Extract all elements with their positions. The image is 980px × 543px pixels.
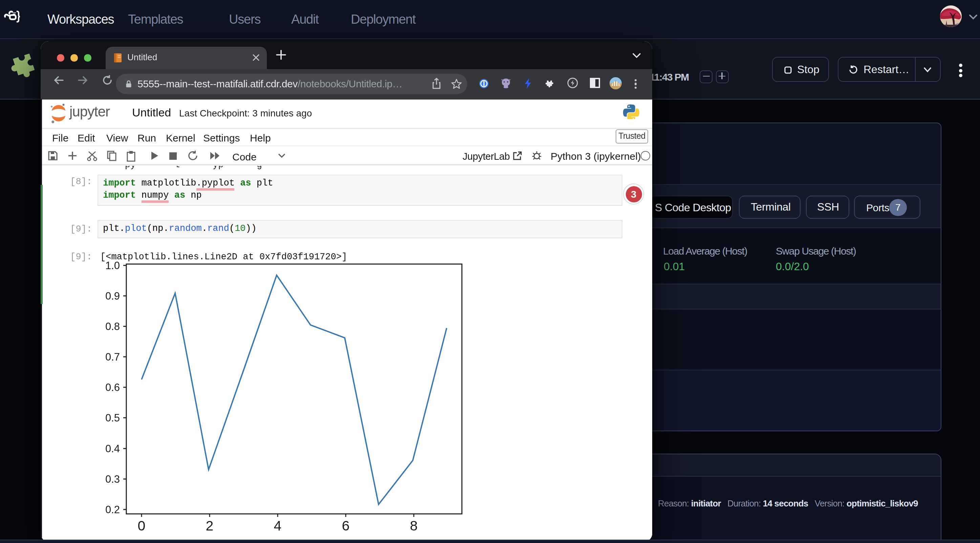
svg-text:0.8: 0.8 [105, 321, 120, 332]
svg-text:0.3: 0.3 [105, 473, 120, 485]
svg-text:0.7: 0.7 [105, 351, 120, 363]
svg-text:2: 2 [206, 518, 214, 533]
svg-text:0.4: 0.4 [105, 443, 120, 455]
svg-text:1.0: 1.0 [105, 260, 120, 272]
svg-text:4: 4 [274, 518, 282, 533]
svg-text:0.2: 0.2 [105, 504, 120, 516]
svg-text:8: 8 [410, 518, 418, 533]
svg-text:0.9: 0.9 [105, 290, 120, 302]
svg-text:0: 0 [138, 518, 146, 533]
svg-text:6: 6 [342, 518, 350, 533]
svg-text:0.5: 0.5 [105, 412, 120, 424]
svg-text:0.6: 0.6 [105, 381, 120, 393]
